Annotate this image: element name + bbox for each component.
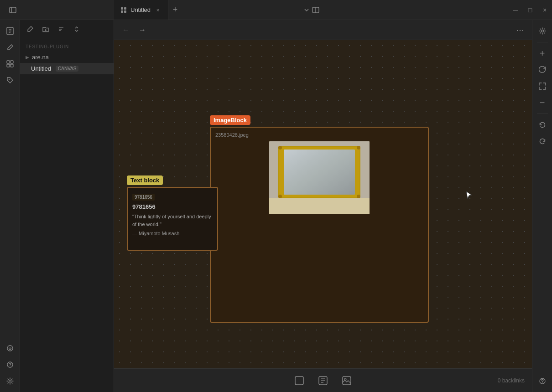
- canvas-area-wrapper: ← → ⋯ ImageBlock 23580428.jpeg: [114, 20, 532, 392]
- sidebar-new-page-button[interactable]: [3, 24, 17, 38]
- zoom-out-button[interactable]: −: [535, 95, 550, 110]
- sidebar-toggle-button[interactable]: [5, 3, 20, 17]
- canvas-badge: CANVAS: [56, 66, 78, 72]
- sidebar-help-button[interactable]: [3, 357, 17, 372]
- left-panel: TESTING-PLUGIN ▶ are.na Untitled CANVAS: [20, 20, 114, 392]
- new-image-block-button[interactable]: [338, 372, 355, 389]
- redo-button[interactable]: [535, 134, 550, 149]
- svg-rect-0: [10, 7, 16, 13]
- svg-rect-4: [121, 10, 123, 13]
- sidebar-grid-button[interactable]: [3, 57, 17, 71]
- svg-rect-5: [124, 10, 126, 13]
- image-block-label: ImageBlock: [210, 115, 250, 125]
- tab-close-button[interactable]: ×: [154, 6, 161, 14]
- tab-grid-icon: [120, 7, 127, 13]
- tree-chevron-icon: ▶: [26, 55, 29, 60]
- titlebar-left: [0, 3, 114, 17]
- split-view-button[interactable]: [312, 6, 319, 14]
- bottom-bar: 0 backlinks: [114, 368, 532, 392]
- close-window-button[interactable]: ×: [537, 3, 552, 17]
- minimize-button[interactable]: ─: [508, 3, 523, 17]
- reset-zoom-button[interactable]: [535, 62, 550, 77]
- svg-rect-15: [10, 64, 13, 67]
- svg-point-37: [357, 195, 360, 198]
- tree-item-untitled[interactable]: Untitled CANVAS: [20, 63, 114, 74]
- help-button[interactable]: [535, 374, 550, 388]
- svg-rect-43: [343, 377, 351, 385]
- svg-point-34: [278, 146, 282, 150]
- panel-edit-button[interactable]: [24, 23, 36, 36]
- tab-dropdown-button[interactable]: [303, 6, 310, 14]
- right-toolbar: + −: [532, 20, 552, 392]
- sidebar-icons: [0, 20, 20, 392]
- tree-item-arena[interactable]: ▶ are.na: [20, 52, 114, 63]
- svg-rect-3: [124, 7, 126, 10]
- zoom-in-button[interactable]: +: [535, 46, 550, 61]
- svg-point-21: [9, 380, 11, 382]
- svg-rect-12: [7, 61, 10, 63]
- image-filename: 23580428.jpeg: [215, 132, 423, 138]
- settings-panel-button[interactable]: [535, 24, 550, 38]
- more-menu-button[interactable]: ⋯: [514, 24, 526, 36]
- active-tab[interactable]: Untitled ×: [114, 0, 168, 20]
- titlebar-controls: [297, 6, 325, 14]
- image-block-wrapper: ImageBlock 23580428.jpeg: [210, 115, 429, 323]
- undo-button[interactable]: [535, 118, 550, 132]
- svg-point-16: [8, 79, 9, 80]
- svg-rect-38: [295, 377, 303, 385]
- tab-title: Untitled: [130, 6, 151, 13]
- tree-item-label: are.na: [32, 54, 49, 61]
- svg-point-45: [541, 30, 543, 32]
- back-button[interactable]: ←: [120, 24, 132, 36]
- right-toolbar-divider: [537, 42, 548, 42]
- maximize-button[interactable]: □: [523, 3, 537, 17]
- panel-expand-button[interactable]: [70, 23, 83, 36]
- image-block-content[interactable]: 23580428.jpeg: [210, 127, 429, 323]
- svg-point-36: [278, 195, 282, 198]
- tree-item-untitled-label: Untitled: [31, 65, 51, 72]
- add-tab-button[interactable]: +: [168, 3, 182, 17]
- titlebar-tabs: Untitled × +: [114, 0, 297, 20]
- cursor: [465, 191, 474, 202]
- canvas[interactable]: ImageBlock 23580428.jpeg: [114, 40, 532, 368]
- sidebar-import-button[interactable]: [3, 341, 17, 356]
- svg-rect-14: [7, 64, 10, 67]
- titlebar: Untitled × + ─ □ ×: [0, 0, 552, 20]
- image-preview: [269, 141, 370, 214]
- svg-point-20: [10, 366, 10, 366]
- right-toolbar-divider-2: [537, 113, 548, 114]
- text-block-quote: "Think lightly of yourself and deeply of…: [132, 213, 213, 228]
- svg-point-35: [357, 146, 360, 150]
- text-block-label: Text block: [127, 175, 163, 185]
- svg-point-47: [542, 382, 542, 383]
- new-block-button[interactable]: [291, 372, 307, 389]
- svg-rect-2: [121, 7, 123, 10]
- main-layout: TESTING-PLUGIN ▶ are.na Untitled CANVAS …: [0, 20, 552, 392]
- text-block-author: — Miyamoto Musashi: [132, 231, 213, 236]
- svg-rect-13: [10, 61, 13, 63]
- canvas-toolbar: ← → ⋯: [114, 20, 532, 40]
- text-block-id: 9781656: [132, 203, 213, 210]
- sidebar-edit-button[interactable]: [3, 40, 17, 55]
- left-panel-toolbar: [20, 20, 114, 38]
- text-block-id-badge: 9781656: [132, 194, 155, 201]
- fullscreen-button[interactable]: [535, 79, 550, 93]
- panel-new-folder-button[interactable]: [39, 23, 52, 36]
- sidebar-tag-button[interactable]: [3, 73, 17, 88]
- file-tree: TESTING-PLUGIN ▶ are.na Untitled CANVAS: [20, 38, 114, 392]
- svg-point-44: [344, 378, 346, 380]
- text-block-content[interactable]: 9781656 9781656 "Think lightly of yourse…: [127, 187, 218, 251]
- svg-rect-28: [269, 196, 370, 214]
- panel-sort-button[interactable]: [55, 23, 68, 36]
- new-text-block-button[interactable]: [315, 372, 331, 389]
- svg-rect-33: [284, 150, 355, 195]
- forward-button[interactable]: →: [136, 24, 149, 36]
- text-block-wrapper: Text block 9781656 9781656 "Think lightl…: [127, 175, 218, 251]
- sidebar-settings-button[interactable]: [3, 374, 17, 388]
- backlinks-count: 0 backlinks: [498, 377, 525, 384]
- tree-plugin-label: TESTING-PLUGIN: [20, 42, 114, 52]
